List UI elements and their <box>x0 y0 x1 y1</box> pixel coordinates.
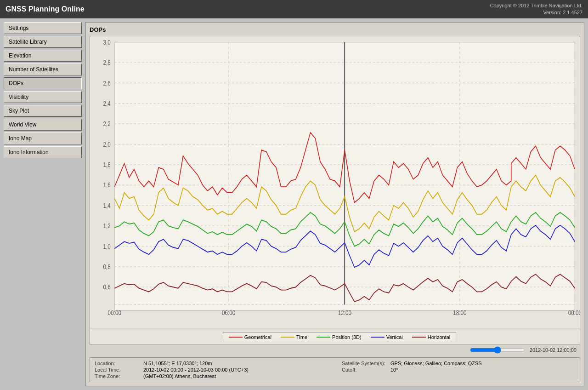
svg-text:2,2: 2,2 <box>103 120 110 127</box>
legend-line-color <box>229 337 243 338</box>
dops-chart-svg: 3,0 2,8 2,6 2,4 2,2 2,0 1,8 1,6 1,4 1,2 … <box>90 36 580 328</box>
footer-location-row: Location: N 51,1055°; E 17,0330°; 120m <box>95 361 328 366</box>
sidebar-btn-elevation[interactable]: Elevation <box>4 50 82 62</box>
legend-item-horizontal: Horizontal <box>412 334 451 340</box>
svg-text:18:00: 18:00 <box>453 309 466 316</box>
cutoff-label: Cutoff: <box>342 367 388 373</box>
footer-localtime-row: Local Time: 2012-10-02 00:00 - 2012-10-0… <box>95 367 328 373</box>
sidebar-btn-iono-information[interactable]: Iono Information <box>4 146 82 158</box>
legend-line-color <box>317 337 330 338</box>
svg-text:1,2: 1,2 <box>103 222 110 229</box>
chart-area: 3,0 2,8 2,6 2,4 2,2 2,0 1,8 1,6 1,4 1,2 … <box>90 36 580 344</box>
legend-item-position-(3d): Position (3D) <box>317 334 362 340</box>
footer-grid: Location: N 51,1055°; E 17,0330°; 120m S… <box>95 361 575 379</box>
local-time-label: Local Time: <box>95 367 141 373</box>
footer-timezone-row: Time Zone: (GMT+02:00) Athens, Bucharest <box>95 373 328 379</box>
svg-text:2,8: 2,8 <box>103 59 110 66</box>
legend-item-label: Time <box>296 334 307 340</box>
main-content: SettingsSatellite LibraryElevationNumber… <box>0 18 588 390</box>
chart-legend: GeometricalTimePosition (3D)VerticalHori… <box>90 328 580 344</box>
legend-item-vertical: Vertical <box>371 334 403 340</box>
legend-item-time: Time <box>281 334 307 340</box>
svg-text:1,8: 1,8 <box>103 161 110 168</box>
legend-item-label: Vertical <box>386 334 403 340</box>
sidebar-btn-dops[interactable]: DOPs <box>4 77 82 89</box>
legend-box: GeometricalTimePosition (3D)VerticalHori… <box>223 332 457 342</box>
svg-text:12:00: 12:00 <box>338 309 351 316</box>
chart-svg-wrapper: 3,0 2,8 2,6 2,4 2,2 2,0 1,8 1,6 1,4 1,2 … <box>90 36 580 328</box>
sidebar-btn-number-of-satellites[interactable]: Number of Satellites <box>4 63 82 75</box>
svg-text:2,6: 2,6 <box>103 80 110 87</box>
slider-area: 2012-10-02 12:00:00 <box>90 344 580 356</box>
footer-satellite-systems-row: Satellite System(s): GPS; Glonass; Galil… <box>342 361 575 366</box>
footer-cutoff-row: Cutoff: 10° <box>342 367 575 373</box>
legend-item-label: Geometrical <box>244 334 271 340</box>
app: GNSS Planning Online Copyright © 2012 Tr… <box>0 0 588 390</box>
time-zone-label: Time Zone: <box>95 373 141 379</box>
footer-info: Location: N 51,1055°; E 17,0330°; 120m S… <box>90 357 580 382</box>
app-title: GNSS Planning Online <box>6 5 85 13</box>
chart-title: DOPs <box>90 26 580 33</box>
header: GNSS Planning Online Copyright © 2012 Tr… <box>0 0 588 18</box>
location-label: Location: <box>95 361 141 366</box>
sidebar-btn-settings[interactable]: Settings <box>4 22 82 34</box>
local-time-value: 2012-10-02 00:00 - 2012-10-03 00:00 (UTC… <box>143 367 249 373</box>
sidebar-btn-satellite-library[interactable]: Satellite Library <box>4 36 82 48</box>
satellite-systems-label: Satellite System(s): <box>342 361 388 366</box>
svg-text:00:00: 00:00 <box>568 309 580 316</box>
time-slider[interactable] <box>470 346 525 354</box>
legend-item-label: Horizontal <box>428 334 451 340</box>
legend-item-label: Position (3D) <box>332 334 362 340</box>
sidebar: SettingsSatellite LibraryElevationNumber… <box>4 22 82 386</box>
legend-line-color <box>371 337 384 338</box>
svg-text:1,4: 1,4 <box>103 202 110 209</box>
svg-text:3,0: 3,0 <box>103 39 110 46</box>
sidebar-btn-world-view[interactable]: World View <box>4 119 82 131</box>
svg-text:00:00: 00:00 <box>108 309 121 316</box>
svg-text:06:00: 06:00 <box>222 309 235 316</box>
content-panel: DOPs <box>85 22 584 386</box>
svg-text:2,4: 2,4 <box>103 100 110 107</box>
cutoff-value: 10° <box>390 367 398 373</box>
svg-text:1,0: 1,0 <box>103 243 110 250</box>
satellite-systems-value: GPS; Glonass; Galileo; Compass; QZSS <box>390 361 482 366</box>
location-value: N 51,1055°; E 17,0330°; 120m <box>143 361 212 366</box>
sidebar-btn-iono-map[interactable]: Iono Map <box>4 132 82 144</box>
header-copyright: Copyright © 2012 Trimble Navigation Ltd.… <box>490 2 582 17</box>
legend-line-color <box>412 337 426 338</box>
legend-line-color <box>281 337 294 338</box>
chart-container: DOPs <box>90 26 580 344</box>
svg-text:0,8: 0,8 <box>103 263 110 270</box>
svg-text:0,6: 0,6 <box>103 283 110 291</box>
svg-text:1,6: 1,6 <box>103 181 110 189</box>
sidebar-btn-sky-plot[interactable]: Sky Plot <box>4 105 82 117</box>
slider-time-label: 2012-10-02 12:00:00 <box>530 347 577 353</box>
time-zone-value: (GMT+02:00) Athens, Bucharest <box>143 373 216 379</box>
svg-text:2,0: 2,0 <box>103 141 110 148</box>
sidebar-btn-visibility[interactable]: Visibility <box>4 91 82 103</box>
legend-item-geometrical: Geometrical <box>229 334 271 340</box>
